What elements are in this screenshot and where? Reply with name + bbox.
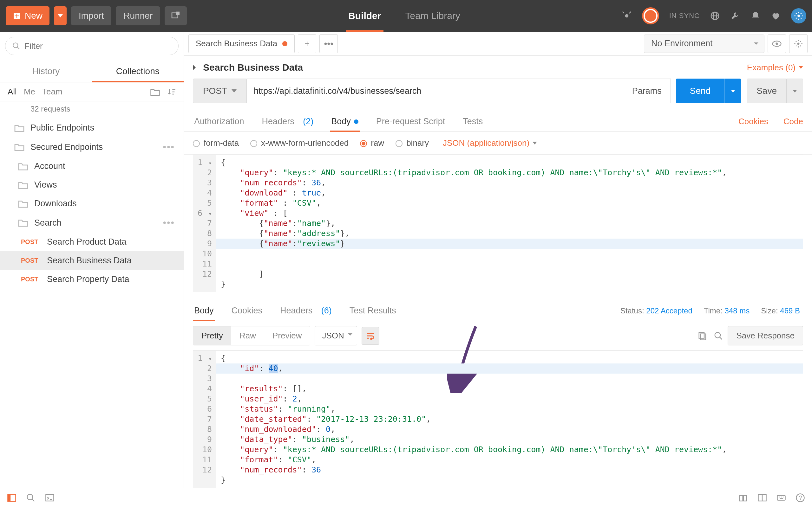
tab-authorization[interactable]: Authorization <box>193 112 246 131</box>
more-icon[interactable]: ••• <box>163 217 175 228</box>
import-button[interactable]: Import <box>71 6 111 25</box>
tab-headers[interactable]: Headers (2) <box>261 112 315 131</box>
request-item-search-business[interactable]: POST Search Business Data <box>0 251 184 270</box>
svg-text:+: + <box>158 88 160 93</box>
params-button[interactable]: Params <box>623 78 671 103</box>
new-button[interactable]: New <box>6 6 49 25</box>
sync-status-icon[interactable] <box>642 7 659 24</box>
sidebar-item-label: Account <box>34 161 65 171</box>
body-type-raw[interactable]: raw <box>360 138 384 148</box>
svg-rect-5 <box>176 12 180 15</box>
globe-icon[interactable] <box>710 11 720 21</box>
examples-dropdown[interactable]: Examples (0) <box>747 63 803 72</box>
body-type-form-data[interactable]: form-data <box>193 138 239 148</box>
response-body-viewer[interactable]: 1 ▾23456789101112 { "id": 40, "results":… <box>193 350 803 488</box>
svg-rect-23 <box>699 332 704 338</box>
sidebar-item-downloads[interactable]: Downloads <box>0 194 184 213</box>
tab-history[interactable]: History <box>0 60 92 82</box>
sidebar-item-label: Search <box>34 218 61 228</box>
svg-rect-22 <box>701 334 706 340</box>
console-icon[interactable] <box>45 493 55 503</box>
resp-tab-body[interactable]: Body <box>193 301 215 321</box>
env-settings-button[interactable] <box>789 34 808 53</box>
request-tab-strip: Search Business Data + ••• No Environmen… <box>184 32 812 56</box>
runner-button[interactable]: Runner <box>116 6 160 25</box>
sort-icon[interactable] <box>167 88 176 96</box>
wrench-icon[interactable] <box>730 11 740 21</box>
code-link[interactable]: Code <box>783 117 803 126</box>
tab-body[interactable]: Body <box>330 112 360 131</box>
caret-right-icon <box>193 65 199 70</box>
env-quicklook-button[interactable] <box>768 34 786 53</box>
body-type-binary[interactable]: binary <box>396 138 429 148</box>
tab-builder[interactable]: Builder <box>346 0 384 32</box>
sidebar-toggle-icon[interactable] <box>7 493 16 503</box>
url-input[interactable] <box>247 78 623 103</box>
add-folder-icon[interactable]: + <box>150 88 160 96</box>
tab-options-button[interactable]: ••• <box>319 34 338 53</box>
send-dropdown[interactable] <box>724 78 741 103</box>
new-dropdown[interactable] <box>54 6 67 25</box>
copy-icon[interactable] <box>698 331 707 341</box>
save-response-button[interactable]: Save Response <box>728 326 803 345</box>
send-button[interactable]: Send <box>676 78 724 103</box>
resp-tab-cookies[interactable]: Cookies <box>230 301 264 321</box>
tab-tests[interactable]: Tests <box>461 112 484 131</box>
resp-tab-tests[interactable]: Test Results <box>348 301 397 321</box>
cookies-link[interactable]: Cookies <box>739 117 768 126</box>
new-window-button[interactable] <box>165 6 187 25</box>
more-icon[interactable]: ••• <box>163 142 175 153</box>
sidebar-item-account[interactable]: Account <box>0 157 184 176</box>
satellite-icon[interactable] <box>622 11 632 21</box>
svg-rect-30 <box>46 495 54 501</box>
view-raw[interactable]: Raw <box>231 326 264 345</box>
request-item-search-product[interactable]: POST Search Product Data <box>0 233 184 251</box>
help-icon[interactable]: ? <box>796 493 805 503</box>
sidebar-item-views[interactable]: Views <box>0 176 184 194</box>
sidebar-item-secured-endpoints[interactable]: Secured Endpoints ••• <box>0 137 184 157</box>
view-pretty[interactable]: Pretty <box>193 326 231 345</box>
learning-icon[interactable] <box>739 493 748 503</box>
response-view-mode[interactable]: Pretty Raw Preview <box>193 326 310 345</box>
request-tab[interactable]: Search Business Data <box>189 34 295 53</box>
view-preview[interactable]: Preview <box>264 326 310 345</box>
svg-point-16 <box>798 43 800 45</box>
two-pane-icon[interactable] <box>757 493 767 503</box>
sync-status-label: IN SYNC <box>669 12 700 20</box>
resp-tab-headers[interactable]: Headers (6) <box>279 301 333 321</box>
svg-point-35 <box>781 497 782 498</box>
bell-icon[interactable] <box>751 11 761 21</box>
search-icon <box>12 42 20 50</box>
status-bar: ? <box>0 488 812 507</box>
search-response-icon[interactable] <box>714 331 723 341</box>
environment-select[interactable]: No Environment <box>644 35 764 53</box>
tab-prerequest[interactable]: Pre-request Script <box>375 112 447 131</box>
sidebar: History Collections All Me Team + 32 req… <box>0 32 184 488</box>
request-item-search-property[interactable]: POST Search Property Data <box>0 270 184 289</box>
scope-team[interactable]: Team <box>42 87 62 97</box>
modified-dot-icon <box>354 119 358 124</box>
body-type-urlencoded[interactable]: x-www-form-urlencoded <box>250 138 349 148</box>
tab-collections[interactable]: Collections <box>92 60 184 82</box>
svg-point-34 <box>779 497 780 498</box>
scope-me[interactable]: Me <box>24 87 35 97</box>
keyboard-icon[interactable] <box>776 493 786 503</box>
sidebar-item-search[interactable]: Search ••• <box>0 213 184 233</box>
request-title[interactable]: Search Business Data <box>193 62 303 73</box>
save-button[interactable]: Save <box>747 78 786 103</box>
method-badge: POST <box>21 257 41 264</box>
request-body-editor[interactable]: 1 ▾23456 ▾789101112 { "query": "keys:* A… <box>193 155 803 292</box>
filter-input[interactable] <box>5 37 179 55</box>
wrap-lines-button[interactable] <box>362 327 379 345</box>
tab-team-library[interactable]: Team Library <box>403 0 462 32</box>
save-dropdown[interactable] <box>786 78 803 103</box>
find-icon[interactable] <box>26 493 36 503</box>
settings-gear-icon[interactable] <box>791 8 806 23</box>
scope-all[interactable]: All <box>8 87 17 97</box>
heart-icon[interactable] <box>771 11 781 21</box>
content-type-select[interactable]: JSON (application/json) <box>443 138 537 148</box>
method-select[interactable]: POST <box>193 78 247 103</box>
add-tab-button[interactable]: + <box>298 34 316 53</box>
response-format-select[interactable]: JSON <box>315 326 357 345</box>
sidebar-item-public-endpoints[interactable]: Public Endpoints <box>0 118 184 137</box>
